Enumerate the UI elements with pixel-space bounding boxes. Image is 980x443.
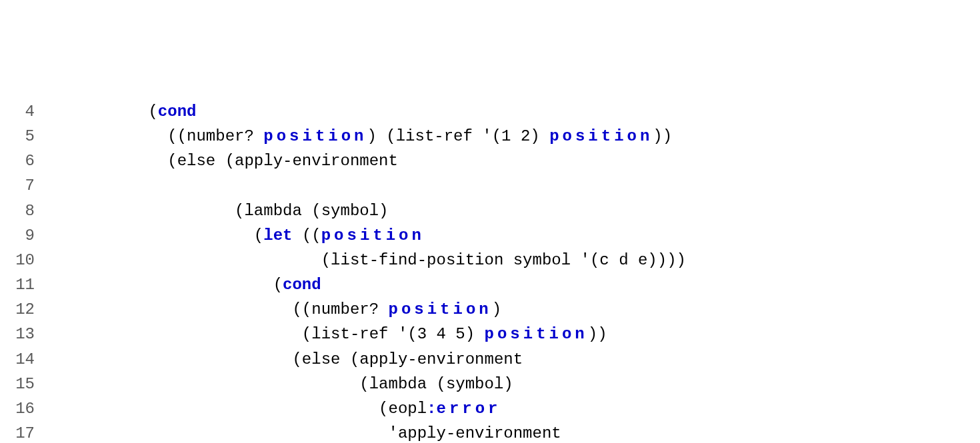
code-token: ) [492, 300, 501, 318]
code-token: ) (list-ref '(1 2) [367, 127, 549, 145]
code-line: (else (apply-environment [43, 347, 980, 372]
code-token: ((number? [43, 127, 263, 145]
code-token: (else (apply-environment [43, 350, 523, 368]
code-token: 'apply-environment [43, 424, 561, 442]
code-line: ((number? position) (list-ref '(1 2) pos… [43, 124, 980, 149]
code-token: position [321, 226, 425, 244]
code-token: : [427, 400, 436, 418]
code-token: error [437, 400, 501, 418]
code-token: ( [43, 226, 263, 244]
code-token: (( [292, 226, 321, 244]
code-line: (cond [43, 272, 980, 297]
code-content: (cond ((number? position) (list-ref '(1 … [43, 99, 980, 443]
code-line: (lambda (symbol) [43, 372, 980, 396]
code-token: let [263, 226, 292, 244]
code-token: cond [158, 103, 197, 121]
code-line: (eopl:error [43, 396, 980, 421]
code-line [43, 173, 980, 198]
code-line: (lambda (symbol) [43, 199, 980, 223]
code-line: (let ((position [43, 223, 980, 248]
code-token: ( [43, 103, 158, 121]
code-token: position [549, 127, 653, 145]
code-token: )) [588, 325, 607, 343]
code-token: position [263, 127, 367, 145]
code-line: (list-find-position symbol '(c d e)))) [43, 248, 980, 272]
line-numbers: 4 5 6 7 8 9 10 11 12 13 14 15 16 17 18 1… [0, 99, 43, 443]
code-token: (else (apply-environment [43, 152, 398, 170]
code-token: ( [43, 276, 283, 294]
code-token: ((number? [43, 300, 388, 318]
code-token: position [485, 325, 588, 343]
code-token: (list-find-position symbol '(c d e)))) [43, 251, 686, 269]
code-line: (else (apply-environment [43, 149, 980, 173]
code-token: (lambda (symbol) [43, 202, 388, 220]
code-token: (eopl [43, 400, 427, 418]
code-line: 'apply-environment [43, 421, 980, 443]
code-line: (cond [43, 99, 980, 124]
code-block: 4 5 6 7 8 9 10 11 12 13 14 15 16 17 18 1… [0, 99, 980, 443]
code-line: (list-ref '(3 4 5) position)) [43, 322, 980, 346]
code-token: position [388, 300, 491, 318]
code-token: (lambda (symbol) [43, 375, 513, 393]
code-line: ((number? position) [43, 297, 980, 322]
code-token: )) [653, 127, 672, 145]
code-token: cond [283, 276, 321, 294]
code-token: (list-ref '(3 4 5) [43, 325, 485, 343]
